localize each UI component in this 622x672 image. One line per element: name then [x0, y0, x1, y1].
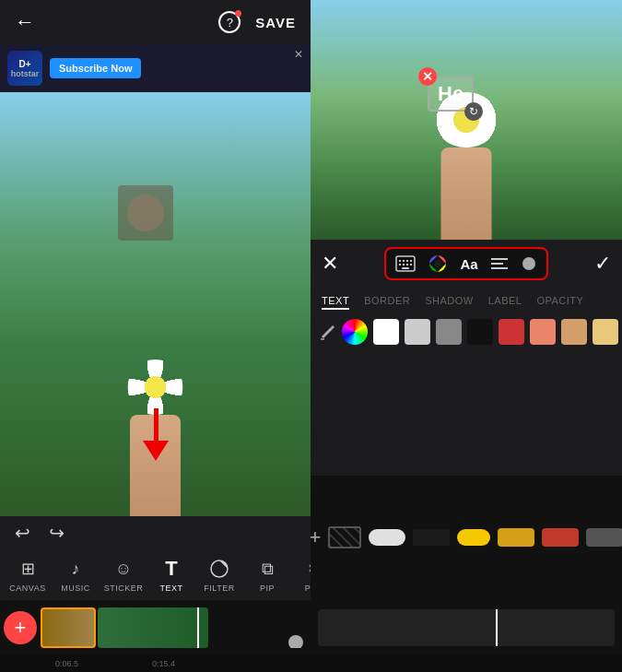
ad-banner: D+ hotstar Subscribe Now ✕ [0, 44, 311, 92]
tool-text[interactable]: T TEXT [147, 557, 195, 593]
shape-pill-yellow[interactable] [457, 529, 490, 546]
color-gray[interactable] [436, 319, 462, 345]
text-element: ✕ He ↻ [428, 77, 474, 112]
tool-more[interactable]: ✂ PR... [291, 557, 311, 593]
svg-rect-9 [410, 264, 412, 265]
help-button[interactable]: ? [218, 11, 241, 33]
color-black[interactable] [467, 319, 493, 345]
timeline-marker [197, 607, 199, 648]
disney-logo: D+ hotstar [7, 51, 42, 86]
svg-rect-4 [406, 260, 408, 262]
shape-rect-dark[interactable] [413, 529, 450, 546]
tab-opacity[interactable]: OPACITY [536, 295, 583, 310]
redo-button[interactable]: ↩ [49, 522, 65, 544]
video-background [0, 92, 311, 516]
color-edit-icon[interactable] [320, 320, 336, 344]
color-row [311, 313, 622, 350]
shape-rect-gray-box [586, 528, 622, 547]
svg-rect-7 [403, 264, 405, 265]
top-bar-right: ? SAVE [218, 11, 296, 33]
color-yellow[interactable] [593, 319, 618, 345]
shape-pill-yellow-box [457, 529, 490, 546]
shape-rect-red[interactable] [542, 528, 579, 547]
tool-music[interactable]: ♪ MUSIC [52, 557, 100, 593]
undo-button[interactable]: ↩ [15, 522, 30, 544]
shape-rect-gray[interactable] [586, 528, 622, 547]
svg-point-16 [522, 257, 535, 270]
confirm-edit-button[interactable]: ✓ [594, 252, 611, 276]
color-rainbow[interactable] [342, 319, 368, 345]
spacer [311, 350, 622, 476]
edit-toolbar: Aa [384, 247, 547, 280]
subscribe-button[interactable]: Subscribe Now [50, 58, 141, 78]
svg-rect-3 [403, 260, 405, 262]
tab-label[interactable]: LABEL [488, 295, 522, 310]
pip-icon: ⧉ [255, 557, 279, 581]
undo-redo-bar: ↩ ↩ [0, 516, 311, 549]
timeline-area: + [0, 600, 311, 655]
tab-text[interactable]: TEXT [322, 295, 349, 310]
more-icon: ✂ [303, 557, 311, 581]
add-clip-button[interactable]: + [4, 611, 37, 644]
back-button[interactable]: ← [15, 10, 35, 34]
svg-rect-5 [410, 260, 412, 262]
ad-close-icon[interactable]: ✕ [294, 48, 303, 61]
keyboard-button[interactable] [395, 255, 416, 272]
time-labels: 0:06.5 0:15.4 [0, 655, 311, 672]
shape-pill-white-box [369, 529, 405, 546]
svg-point-12 [434, 260, 441, 267]
shape-rect-yellow-box [498, 528, 534, 547]
music-icon: ♪ [64, 557, 88, 581]
help-dot [235, 10, 241, 17]
overlay-card [118, 185, 173, 241]
shape-rect-red-box [542, 528, 579, 547]
color-wheel-button[interactable] [428, 254, 447, 273]
tool-filter[interactable]: FILTER [195, 557, 243, 593]
ad-close-buttons[interactable]: ✕ [294, 48, 303, 61]
text-label: TEXT [159, 584, 182, 593]
right-time-labels [311, 655, 622, 672]
top-bar: ← ? SAVE [0, 0, 311, 44]
clip-1[interactable] [41, 607, 96, 648]
shape-rect-yellow[interactable] [498, 528, 534, 547]
align-button[interactable] [491, 257, 508, 270]
color-salmon[interactable] [530, 319, 556, 345]
color-red[interactable] [499, 319, 524, 345]
text-delete-button[interactable]: ✕ [418, 67, 437, 86]
clip-end-handle[interactable] [288, 635, 303, 648]
svg-rect-2 [399, 260, 401, 262]
clip-2[interactable] [98, 607, 208, 648]
text-content: He [438, 82, 464, 106]
font-button[interactable]: Aa [460, 256, 477, 272]
shape-pill-white[interactable] [369, 529, 405, 546]
video-area [0, 92, 311, 516]
tool-sticker[interactable]: ☺ STICKER [100, 557, 147, 593]
add-shape-button[interactable]: + [310, 524, 322, 551]
close-edit-button[interactable]: ✕ [322, 252, 338, 276]
tab-shadow[interactable]: SHADOW [425, 295, 474, 310]
save-button[interactable]: SAVE [255, 15, 296, 30]
text-rotate-button[interactable]: ↻ [464, 102, 483, 121]
pip-label: PIP [260, 584, 275, 593]
color-peach[interactable] [561, 319, 587, 345]
hotstar-text: hotstar [11, 69, 40, 78]
tab-border[interactable]: BORDER [364, 295, 410, 310]
right-panel: ✕ He ↻ ✕ [311, 0, 622, 672]
shape-none-box [328, 526, 361, 548]
filter-icon [207, 557, 231, 581]
shape-none[interactable] [328, 526, 361, 548]
style-button[interactable] [521, 255, 537, 272]
color-light-gray[interactable] [405, 319, 430, 345]
svg-rect-6 [399, 264, 401, 265]
sub-tabs: TEXT BORDER SHADOW LABEL OPACITY [311, 288, 622, 313]
tool-canvas[interactable]: ⊞ CANVAS [4, 557, 52, 593]
shape-rect-dark-box [413, 529, 450, 546]
canvas-icon: ⊞ [16, 557, 40, 581]
right-video-area: ✕ He ↻ [311, 0, 622, 240]
tool-pip[interactable]: ⧉ PIP [243, 557, 291, 593]
left-panel: ← ? SAVE D+ hotstar Subscribe Now ✕ [0, 0, 311, 672]
svg-rect-8 [406, 264, 408, 265]
timeline-clips [41, 607, 307, 648]
music-label: MUSIC [61, 584, 90, 593]
color-white[interactable] [373, 319, 399, 345]
